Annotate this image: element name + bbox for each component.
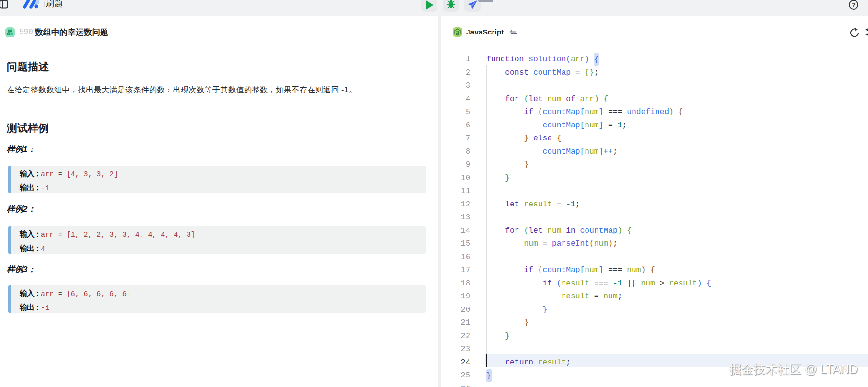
svg-text:?: ?	[852, 2, 855, 9]
svg-text:JS: JS	[456, 31, 460, 34]
